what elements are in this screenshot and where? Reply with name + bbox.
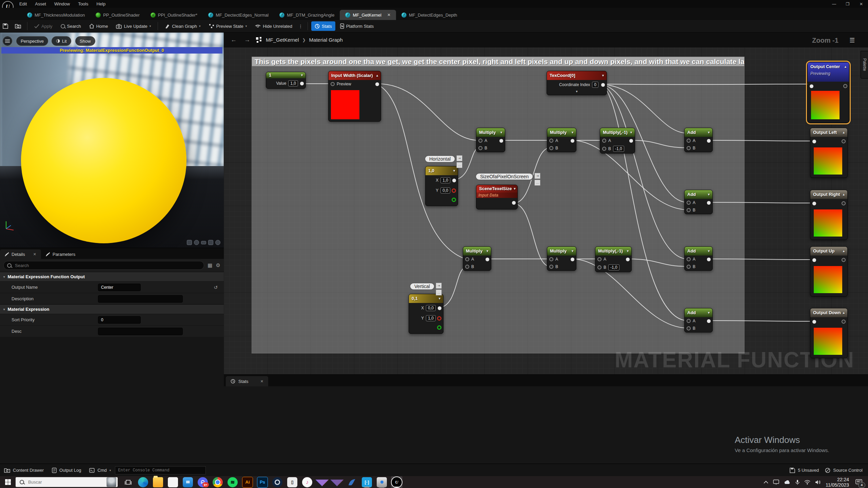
input-pin-b[interactable] [602,147,606,151]
taskbar-store-icon[interactable] [167,476,179,488]
breadcrumb-root[interactable]: MF_GetKernel [266,37,299,43]
output-pin[interactable] [843,84,847,88]
node-scenetexelsize[interactable]: SceneTexelSize▾ Input Data [476,185,518,209]
input-pin[interactable] [812,202,816,205]
maximize-button[interactable]: ❐ [841,0,854,8]
taskbar-wireshark-icon[interactable] [346,476,358,488]
nav-forward-icon[interactable]: → [242,36,252,43]
source-control-button[interactable]: Source Control [825,464,863,476]
node-input-width[interactable]: Input Width (Scalar)▴ Preview [328,71,381,122]
output-pin[interactable] [842,320,846,324]
breadcrumb-page[interactable]: Material Graph [309,37,343,43]
preview-sphere[interactable] [21,78,186,243]
hide-unrelated-button[interactable]: Hide Unrelated [252,21,296,31]
input-pin-b[interactable] [597,265,601,269]
save-button[interactable] [0,21,11,31]
taskbar-parsec-icon[interactable]: ▯ [287,476,298,488]
input-pin-b[interactable] [549,265,553,269]
start-button[interactable] [0,476,16,488]
menu-tools[interactable]: Tools [74,0,92,8]
output-pin-r[interactable] [452,188,456,193]
console-command-input[interactable] [115,466,206,474]
input-pin-a[interactable] [597,257,601,261]
taskbar-search-input[interactable] [27,479,93,485]
sort-priority-field[interactable]: 0 [98,316,141,324]
input-pin-a[interactable] [687,257,691,261]
nav-back-icon[interactable]: ← [229,36,239,43]
apply-button[interactable]: Apply [31,21,56,31]
input-pin-b[interactable] [465,265,469,269]
node-multiply-neg-2[interactable]: Multiply(,-1)▾ A B-1,0 [595,246,632,272]
viewport-show-button[interactable]: Show [75,36,95,46]
browse-to-asset-button[interactable] [12,21,24,31]
preview-shape-sphere-icon[interactable] [194,240,199,245]
input-pin-a[interactable] [687,201,691,205]
input-pin-b[interactable] [687,326,691,330]
input-pin[interactable] [810,84,813,88]
tray-screencast-icon[interactable] [773,480,779,485]
tray-volume-icon[interactable] [815,480,821,485]
taskbar-printer-app-icon[interactable] [376,476,388,488]
home-button[interactable]: Home [86,21,112,31]
tab-mf-detectedges-depth[interactable]: fMF_DetectEdges_Depth [396,10,462,20]
clean-graph-button[interactable]: Clean Graph▾ [161,21,204,31]
comment-header[interactable]: This gets the pixels around one tha we g… [252,57,745,66]
bubble-text-icon[interactable]: … [456,162,462,168]
notification-center-button[interactable]: 4 [854,477,864,487]
desc-field[interactable] [98,328,183,335]
taskbar-file-explorer-icon[interactable] [152,476,164,488]
output-pin-g[interactable] [437,325,441,330]
input-pin-b[interactable] [687,208,691,212]
taskbar-itunes-icon[interactable]: ♪ [301,476,313,488]
tab-mf-thicknessmodulation[interactable]: fMF_ThicknessModulation [22,10,90,20]
details-search-box[interactable] [3,261,204,270]
input-pin-a[interactable] [687,319,691,323]
output-pin-r[interactable] [437,316,441,321]
tab-mf-dtm-grazingangle[interactable]: fMF_DTM_GrazingAngle [274,10,340,20]
output-pin[interactable] [842,201,846,205]
node-add-3[interactable]: Add▾ A B [684,246,713,271]
input-pin-a[interactable] [465,257,469,261]
input-pin-a[interactable] [549,257,553,261]
node-multiply-2[interactable]: Multiply▾ A B [547,128,576,152]
node-multiply-4[interactable]: Multiply▾ A B [547,246,576,271]
viewport-perspective-button[interactable]: Perspective [16,36,48,46]
node-texcoord[interactable]: TexCoord[0]▾ Coordinate Index0 ▾ [547,71,607,95]
taskbar-edge-icon[interactable] [137,476,149,488]
cmd-selector[interactable]: Cmd▾ [85,464,115,476]
input-pin-b[interactable] [687,265,691,269]
output-pin[interactable] [707,201,711,205]
details-search-input[interactable] [14,263,200,268]
node-add-2[interactable]: Add▾ A B [684,190,713,214]
input-pin-b[interactable] [478,146,482,150]
preview-shape-cylinder-icon[interactable] [187,240,192,245]
node-multiply-1[interactable]: Multiply▾ A B [476,128,505,152]
preview-shape-cube-icon[interactable] [208,240,213,245]
tray-wifi-icon[interactable] [804,480,810,485]
menu-edit[interactable]: Edit [15,0,31,8]
output-log-button[interactable]: Output Log [48,464,85,476]
output-pin[interactable] [601,83,605,87]
palette-side-tab[interactable]: Palette [861,51,868,79]
tab-close-icon[interactable]: ✕ [387,13,391,17]
tab-mf-dectectedges-normal[interactable]: fMF_DectectEdges_Normal [203,10,274,20]
output-pin[interactable] [486,258,489,261]
input-pin[interactable] [812,320,816,324]
viewport-options-button[interactable] [3,36,12,46]
node-add-1[interactable]: Add▾ A B [684,128,713,152]
expand-chevron-icon[interactable]: ▾ [547,89,607,95]
task-view-button[interactable] [122,476,134,488]
menu-help[interactable]: Help [92,0,110,8]
node-add-4[interactable]: Add▾ A B [684,308,713,332]
minimize-button[interactable]: — [827,0,841,8]
preview-shape-custom-icon[interactable] [215,240,220,245]
taskbar-clock[interactable]: 22:24 11/05/2023 [826,477,849,488]
tab-parameters[interactable]: Parameters [41,249,80,259]
node-multiply-neg-1[interactable]: Multiply(,-1)▾ A B-1,0 [600,128,635,154]
taskbar-photoshop-icon[interactable]: Ps [257,476,268,488]
bubble-text-icon[interactable]: … [436,289,442,296]
menu-window[interactable]: Window [50,0,74,8]
preview-shape-plane-icon[interactable] [201,241,206,244]
description-field[interactable] [98,295,183,303]
comment-bubble-vertical[interactable]: Vertical ⇥… [410,283,442,296]
